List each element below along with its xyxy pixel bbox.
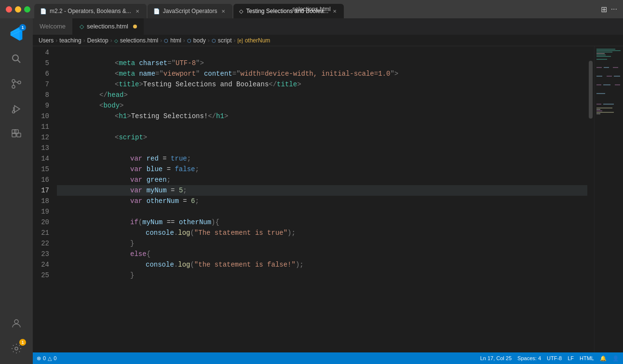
- indentation[interactable]: Spaces: 4: [517, 355, 541, 361]
- code-line-11: <script>: [57, 121, 587, 132]
- code-line-25: [57, 270, 587, 281]
- modified-dot: [133, 25, 137, 28]
- welcome-tab[interactable]: Welcome: [33, 18, 73, 35]
- breadcrumb-sep: ›: [160, 37, 162, 44]
- more-actions-button[interactable]: ···: [611, 5, 617, 13]
- activity-bar: 1: [0, 18, 33, 364]
- account-icon[interactable]: 👤: [612, 355, 619, 362]
- editor-tabs: Welcome ◇ selections.html: [33, 18, 623, 35]
- sidebar-item-extensions[interactable]: [5, 122, 28, 146]
- close-button[interactable]: [6, 6, 12, 13]
- svg-point-11: [15, 347, 18, 350]
- editor-area: Welcome ◇ selections.html Users › teachi…: [33, 18, 623, 364]
- breadcrumb-sep: ›: [55, 37, 57, 44]
- window-tab-js-label: JavaScript Operators: [163, 8, 217, 14]
- code-line-9: <h1>Testing Selections!</h1>: [57, 100, 587, 111]
- extensions-icon: [11, 128, 22, 140]
- sidebar-item-explorer[interactable]: 1: [5, 22, 28, 45]
- tab-close-icon[interactable]: ✕: [134, 8, 141, 14]
- code-line-8: <body>: [57, 90, 587, 100]
- notification-icon[interactable]: 🔔: [600, 355, 607, 362]
- error-count[interactable]: ⊗ 0 △ 0: [37, 355, 56, 362]
- sidebar-item-run[interactable]: [5, 97, 28, 121]
- minimize-button[interactable]: [15, 6, 21, 13]
- code-line-4: <meta charset="UTF-8">: [57, 47, 587, 58]
- code-line-22: else{: [57, 238, 587, 249]
- breadcrumb-users[interactable]: Users: [39, 37, 54, 44]
- code-line-13: var red = true;: [57, 143, 587, 153]
- settings-badge: 1: [19, 339, 26, 346]
- tab-close-icon[interactable]: ✕: [220, 8, 227, 14]
- traffic-lights: [0, 6, 30, 13]
- status-right: Ln 17, Col 25 Spaces: 4 UTF-8 LF HTML 🔔 …: [480, 355, 619, 362]
- error-count-label: 0: [43, 355, 46, 361]
- warning-icon: △: [48, 355, 52, 362]
- window-tab-m22-label: m2.2 - Operators, Booleans &...: [50, 8, 131, 14]
- tab-icon: ◇: [239, 8, 243, 14]
- selections-tab-label: selections.html: [87, 23, 128, 30]
- svg-point-2: [12, 80, 15, 82]
- welcome-tab-label: Welcome: [40, 23, 66, 30]
- breadcrumb-sep: ›: [208, 37, 210, 44]
- tab-close-icon[interactable]: ✕: [331, 8, 338, 14]
- error-icon: ⊗: [37, 355, 41, 362]
- tab-icon: 📄: [153, 8, 160, 14]
- run-icon: [11, 103, 22, 115]
- split-editor-button[interactable]: ⊞: [601, 5, 607, 14]
- svg-line-1: [18, 60, 21, 63]
- explorer-badge: 1: [19, 24, 26, 31]
- breadcrumb-sep: ›: [183, 37, 185, 44]
- scrollbar-thumb[interactable]: [589, 61, 593, 119]
- line-ending[interactable]: LF: [568, 355, 574, 361]
- source-control-icon: [11, 78, 22, 90]
- breadcrumb-sep: ›: [234, 37, 236, 44]
- breadcrumb-box-icon3: ⬡: [212, 38, 216, 43]
- breadcrumb: Users › teaching › Desktop › ◇ selection…: [33, 35, 623, 46]
- tab-icon: 📄: [40, 8, 47, 14]
- main-layout: 1: [0, 18, 623, 364]
- breadcrumb-sep: ›: [110, 37, 112, 44]
- title-actions: ⊞ ···: [601, 5, 623, 14]
- warning-count-label: 0: [54, 355, 56, 361]
- svg-point-0: [13, 55, 18, 61]
- selections-tab[interactable]: ◇ selections.html: [73, 18, 144, 35]
- svg-point-4: [18, 81, 21, 84]
- breadcrumb-box-icon: ⬡: [164, 38, 168, 43]
- encoding[interactable]: UTF-8: [547, 355, 562, 361]
- sidebar-item-search[interactable]: [5, 47, 28, 70]
- window-tab-js-operators[interactable]: 📄 JavaScript Operators ✕: [148, 4, 233, 18]
- breadcrumb-box-icon2: ⬡: [187, 38, 191, 43]
- window-title: selections.html: [292, 6, 330, 13]
- sidebar-item-account[interactable]: [5, 312, 28, 335]
- search-icon: [11, 53, 22, 65]
- breadcrumb-html[interactable]: html: [170, 37, 181, 44]
- minimap: [594, 46, 623, 352]
- line-numbers: 4 5 6 7 8 9 10 11 12 13 14 15 16 17 18 1…: [33, 46, 57, 352]
- status-bar: ⊗ 0 △ 0 Ln 17, Col 25 Spaces: 4 UTF-8 LF…: [33, 352, 623, 364]
- breadcrumb-sep: ›: [83, 37, 85, 44]
- breadcrumb-script[interactable]: script: [218, 37, 232, 44]
- breadcrumb-var-icon: [e]: [238, 38, 243, 43]
- breadcrumb-othernum[interactable]: otherNum: [245, 37, 271, 44]
- breadcrumb-selections-html[interactable]: selections.html: [120, 37, 158, 44]
- svg-point-10: [14, 320, 18, 324]
- svg-point-5: [13, 111, 15, 113]
- svg-point-3: [12, 85, 15, 88]
- sidebar-item-source-control[interactable]: [5, 72, 28, 95]
- breadcrumb-desktop[interactable]: Desktop: [87, 37, 108, 44]
- breadcrumb-teaching[interactable]: teaching: [59, 37, 81, 44]
- code-line-19: if(myNum == otherNum){: [57, 206, 587, 217]
- language-mode[interactable]: HTML: [580, 355, 594, 361]
- code-editor[interactable]: 4 5 6 7 8 9 10 11 12 13 14 15 16 17 18 1…: [33, 46, 623, 352]
- maximize-button[interactable]: [24, 6, 30, 13]
- scrollbar[interactable]: [587, 46, 594, 352]
- file-icon: ◇: [80, 23, 84, 30]
- code-content: <meta charset="UTF-8"> <meta name="viewp…: [57, 46, 587, 352]
- window-tab-m22[interactable]: 📄 m2.2 - Operators, Booleans &... ✕: [34, 4, 147, 18]
- sidebar-item-settings[interactable]: 1: [5, 337, 28, 360]
- cursor-position[interactable]: Ln 17, Col 25: [480, 355, 512, 361]
- breadcrumb-file-icon: ◇: [114, 38, 118, 43]
- breadcrumb-body[interactable]: body: [193, 37, 206, 44]
- account-icon: [11, 318, 22, 329]
- title-bar: 📄 m2.2 - Operators, Booleans &... ✕ 📄 Ja…: [0, 0, 623, 18]
